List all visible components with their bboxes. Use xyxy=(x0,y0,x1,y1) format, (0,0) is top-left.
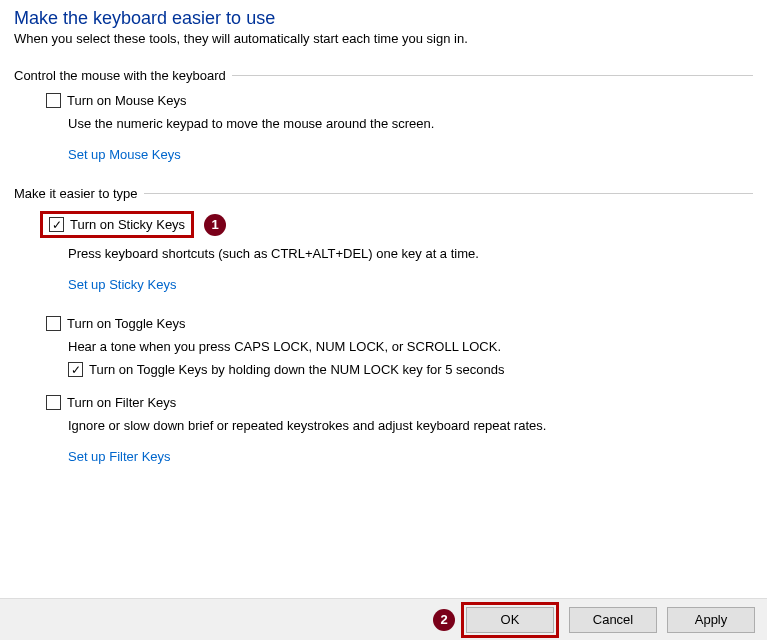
setup-sticky-keys-link[interactable]: Set up Sticky Keys xyxy=(68,277,176,292)
setup-filter-keys-link[interactable]: Set up Filter Keys xyxy=(68,449,171,464)
toggle-keys-label: Turn on Toggle Keys xyxy=(67,316,186,331)
sticky-keys-desc: Press keyboard shortcuts (such as CTRL+A… xyxy=(68,246,753,261)
filter-keys-desc: Ignore or slow down brief or repeated ke… xyxy=(68,418,753,433)
sticky-keys-label: Turn on Sticky Keys xyxy=(70,217,185,232)
sticky-keys-highlight: Turn on Sticky Keys xyxy=(40,211,194,238)
toggle-keys-hold-checkbox[interactable] xyxy=(68,362,83,377)
toggle-keys-checkbox[interactable] xyxy=(46,316,61,331)
sticky-keys-checkbox[interactable] xyxy=(49,217,64,232)
button-bar: 2 OK Cancel Apply xyxy=(0,598,767,640)
mouse-keys-checkbox[interactable] xyxy=(46,93,61,108)
mouse-keys-label: Turn on Mouse Keys xyxy=(67,93,186,108)
ok-button[interactable]: OK xyxy=(466,607,554,633)
toggle-keys-hold-label: Turn on Toggle Keys by holding down the … xyxy=(89,362,505,377)
filter-keys-checkbox[interactable] xyxy=(46,395,61,410)
callout-2: 2 xyxy=(433,609,455,631)
page-subtitle: When you select these tools, they will a… xyxy=(14,31,753,46)
group-mouse-header: Control the mouse with the keyboard xyxy=(14,68,753,83)
filter-keys-label: Turn on Filter Keys xyxy=(67,395,176,410)
group-type-header: Make it easier to type xyxy=(14,186,753,201)
toggle-keys-desc: Hear a tone when you press CAPS LOCK, NU… xyxy=(68,339,753,354)
callout-1: 1 xyxy=(204,214,226,236)
setup-mouse-keys-link[interactable]: Set up Mouse Keys xyxy=(68,147,181,162)
mouse-keys-desc: Use the numeric keypad to move the mouse… xyxy=(68,116,753,131)
apply-button[interactable]: Apply xyxy=(667,607,755,633)
cancel-button[interactable]: Cancel xyxy=(569,607,657,633)
ok-highlight: OK xyxy=(461,602,559,638)
page-title: Make the keyboard easier to use xyxy=(14,8,753,29)
